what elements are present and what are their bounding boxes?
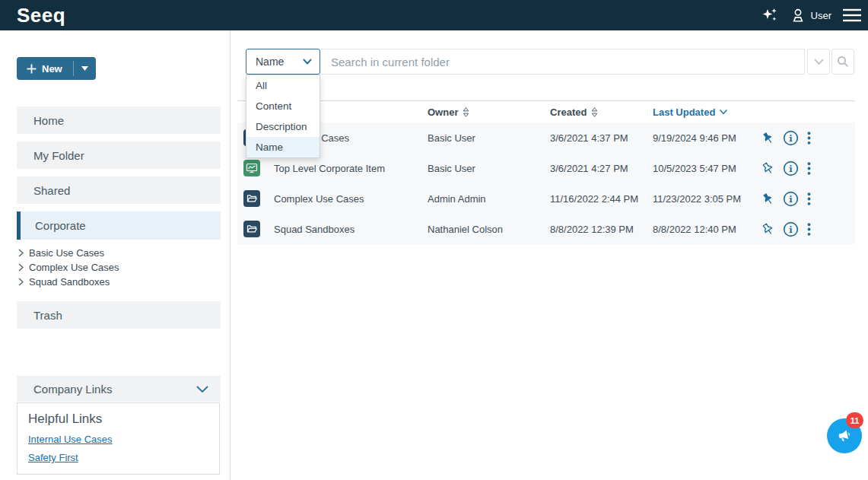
pin-icon-outline[interactable] <box>761 223 774 236</box>
tree-item-squad-sandboxes[interactable]: Squad Sandboxes <box>18 275 110 289</box>
item-owner: Admin Admin <box>428 193 550 205</box>
search-options-button[interactable] <box>807 49 830 75</box>
search-submit-button[interactable] <box>831 49 854 75</box>
item-updated: 9/19/2024 9:46 PM <box>653 132 755 144</box>
item-name[interactable]: Squad Sandboxes <box>274 224 428 235</box>
filter-option-name[interactable]: Name <box>246 137 320 157</box>
worksheet-icon <box>243 160 260 176</box>
item-updated: 10/5/2023 5:47 PM <box>653 163 755 174</box>
search-input[interactable] <box>320 49 805 75</box>
megaphone-icon <box>835 426 854 446</box>
ai-sparkles-icon[interactable] <box>761 6 779 24</box>
item-created: 3/6/2021 4:37 PM <box>550 132 653 144</box>
item-updated: 8/8/2022 12:40 PM <box>653 224 755 235</box>
item-name[interactable]: Top Level Corporate Item <box>274 163 428 174</box>
item-owner: Basic User <box>428 132 550 144</box>
tree-item-label: Complex Use Cases <box>29 262 119 273</box>
tree-item-basic-use-cases[interactable]: Basic Use Cases <box>18 246 104 260</box>
item-created: 8/8/2022 12:39 PM <box>550 224 653 235</box>
filter-option-content[interactable]: Content <box>246 96 320 116</box>
item-owner: Basic User <box>428 163 550 174</box>
column-header-last-updated[interactable]: Last Updated <box>653 106 728 118</box>
seeq-logo[interactable]: Seeq <box>17 3 65 27</box>
hamburger-menu-icon[interactable] <box>842 8 862 22</box>
sidebar-item-home[interactable]: Home <box>17 106 221 134</box>
table-header-row: Owner Created Last Updated <box>237 100 855 122</box>
search-filter-dropdown[interactable]: Name <box>246 49 320 75</box>
table-row[interactable]: Top Level Corporate Item Basic User 3/6/… <box>237 153 855 183</box>
chevron-down-icon <box>303 59 312 65</box>
pin-icon-filled[interactable] <box>761 132 774 145</box>
link-internal-use-cases[interactable]: Internal Use Cases <box>28 434 208 445</box>
info-icon[interactable]: i <box>783 130 799 146</box>
kebab-menu-icon[interactable] <box>807 223 811 236</box>
sidebar-item-my-folder[interactable]: My Folder <box>17 141 221 169</box>
filter-option-description[interactable]: Description <box>246 116 320 137</box>
item-updated: 11/23/2022 3:05 PM <box>653 193 755 205</box>
chevron-down-icon <box>196 386 208 393</box>
company-links-header[interactable]: Company Links <box>17 376 221 402</box>
user-label[interactable]: User <box>811 10 831 21</box>
chevron-right-icon <box>18 263 24 272</box>
new-button[interactable]: New <box>17 57 96 80</box>
sidebar-item-shared[interactable]: Shared <box>17 176 221 204</box>
search-filter-menu: All Content Description Name <box>246 75 320 158</box>
new-button-main[interactable]: New <box>17 57 73 80</box>
table-row[interactable]: Basic Use Cases Basic User 3/6/2021 4:37… <box>237 122 855 153</box>
svg-text:i: i <box>789 163 793 173</box>
sidebar-item-label: Corporate <box>35 219 86 232</box>
column-label: Created <box>550 106 587 118</box>
content-table: Owner Created Last Updated Basic Use Cas… <box>237 100 855 244</box>
chevron-right-icon <box>18 249 24 257</box>
sidebar-item-corporate[interactable]: Corporate <box>17 211 221 240</box>
table-row[interactable]: Complex Use Cases Admin Admin 11/16/2022… <box>237 183 855 214</box>
kebab-menu-icon[interactable] <box>807 132 811 145</box>
folder-icon <box>243 190 260 207</box>
item-created: 11/16/2022 2:44 PM <box>550 193 653 205</box>
info-icon[interactable]: i <box>783 191 799 207</box>
topbar-actions: User <box>761 0 862 30</box>
table-row[interactable]: Squad Sandboxes Nathaniel Colson 8/8/202… <box>237 214 855 244</box>
column-label: Owner <box>428 106 458 118</box>
svg-text:i: i <box>789 193 793 204</box>
sort-both-icon <box>462 106 470 118</box>
tree-item-complex-use-cases[interactable]: Complex Use Cases <box>18 260 119 275</box>
sidebar-item-label: Home <box>33 114 64 127</box>
new-button-caret[interactable] <box>74 57 96 80</box>
sort-desc-icon <box>719 109 728 115</box>
column-header-created[interactable]: Created <box>550 106 653 118</box>
sidebar-item-trash[interactable]: Trash <box>17 301 221 329</box>
filter-option-all[interactable]: All <box>246 75 320 96</box>
info-icon[interactable]: i <box>783 161 799 176</box>
notification-badge: 11 <box>846 412 863 428</box>
folder-icon <box>243 221 260 237</box>
caret-down-icon <box>81 66 88 71</box>
pin-icon-filled[interactable] <box>761 192 774 205</box>
app-window: Seeq User <box>0 0 868 480</box>
column-header-owner[interactable]: Owner <box>428 106 550 118</box>
helpful-links-panel: Helpful Links Internal Use Cases Safety … <box>17 402 220 475</box>
svg-text:i: i <box>789 132 793 143</box>
sidebar: New Home My Folder Shared Corporate Basi… <box>0 30 231 480</box>
kebab-menu-icon[interactable] <box>807 192 811 205</box>
top-navbar: Seeq User <box>0 0 868 30</box>
user-profile-icon[interactable] <box>790 6 806 24</box>
svg-text:i: i <box>789 224 793 234</box>
table-body: Basic Use Cases Basic User 3/6/2021 4:37… <box>237 122 855 244</box>
sidebar-item-label: Trash <box>33 309 62 322</box>
info-icon[interactable]: i <box>783 221 799 237</box>
search-icon <box>837 56 849 68</box>
helpful-links-title: Helpful Links <box>28 412 208 427</box>
link-safety-first[interactable]: Safety First <box>28 452 208 463</box>
kebab-menu-icon[interactable] <box>807 162 811 175</box>
item-created: 3/6/2021 4:27 PM <box>550 163 653 174</box>
item-name[interactable]: Complex Use Cases <box>274 193 428 205</box>
chevron-down-icon <box>814 59 824 65</box>
sort-both-icon <box>590 106 599 118</box>
column-label: Last Updated <box>653 106 715 118</box>
tree-item-label: Basic Use Cases <box>29 247 104 259</box>
search-filter-value: Name <box>256 56 284 68</box>
company-links-label: Company Links <box>33 383 112 396</box>
chevron-right-icon <box>18 278 24 286</box>
pin-icon-outline[interactable] <box>761 162 774 175</box>
